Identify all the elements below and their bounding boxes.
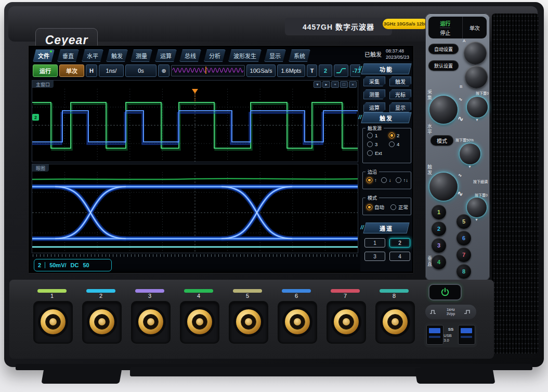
screen-channel-4-button[interactable]: 4 [389, 252, 410, 261]
sample-rate[interactable]: 10GSa/s [246, 64, 276, 77]
function-acquire-button[interactable]: 采集 [363, 76, 385, 86]
function-display-button[interactable]: 显示 [389, 102, 411, 112]
close-icon[interactable]: × [349, 81, 357, 88]
menu-math[interactable]: 运算 [155, 49, 177, 62]
vertical-scale-knob[interactable] [429, 173, 458, 201]
mode-auto-radio[interactable]: 自动 [367, 203, 384, 211]
usb30-label: USB 3.0 [443, 333, 458, 343]
function-cursor-button[interactable]: 光标 [389, 89, 411, 99]
section-trigger-label: 触发 [426, 164, 433, 176]
menu-bar: 文件 垂直 水平 触发 测量 运算 总线 分析 波形发生 显示 系统 [33, 49, 310, 62]
hardware-control-panel: 运行 停止 单次 自动设置 A 默认设置 B 采集 ∿ ∿ 按下置0 ▼ 水平 … [425, 14, 490, 281]
main-waveform-window[interactable]: 主窗口 ▾ ▸ + □ × 2 [32, 80, 358, 162]
channel-header: //通道 [363, 223, 409, 233]
autoset-button[interactable]: 自动设置 [428, 44, 459, 54]
mode-group: 模式 自动 正常 [362, 198, 411, 215]
expand-icon[interactable]: ▸ [322, 81, 330, 88]
channel-6-color-strip [282, 289, 311, 293]
menu-system[interactable]: 系统 [289, 49, 310, 62]
waveform-preview-strip[interactable] [171, 65, 245, 76]
source-1-radio[interactable]: 1 [367, 133, 386, 138]
t-knob-arrow-icon: ▼ [468, 165, 472, 168]
function-buttons: 采集 触发 测量 光标 运算 显示 [363, 76, 410, 112]
right-foot [414, 368, 495, 384]
channel-status-box[interactable]: 2 50mV/ DC 50 [34, 259, 112, 271]
function-trigger-button[interactable]: 触发 [389, 76, 411, 86]
collapse-icon[interactable]: ▾ [314, 81, 321, 88]
horizontal-offset-value[interactable]: 0s [125, 64, 156, 77]
menu-analyze[interactable]: 分析 [204, 49, 226, 62]
source-ext-radio[interactable]: Ext [367, 150, 386, 156]
restore-icon[interactable]: □ [340, 81, 348, 88]
screen-channel-1-button[interactable]: 1 [364, 238, 385, 247]
edge-either-radio[interactable]: ↑↓ [396, 177, 409, 183]
menu-file[interactable]: 文件 [33, 49, 55, 62]
vertical-position-knob[interactable] [467, 198, 487, 217]
hw-channel-6-button[interactable]: 6 [456, 231, 471, 245]
screen-channel-3-button[interactable]: 3 [364, 252, 385, 261]
hw-single-button[interactable]: 单次 [463, 17, 487, 38]
coupling: DC [69, 262, 81, 268]
hw-channel-7-button[interactable]: 7 [456, 247, 471, 262]
hw-run-stop-button[interactable]: 运行 停止 [428, 17, 463, 38]
source-4-radio[interactable]: 4 [389, 141, 408, 147]
single-button[interactable]: 单次 [59, 64, 84, 77]
add-window-icon[interactable]: + [331, 81, 339, 88]
hw-channel-3-button[interactable]: 3 [432, 238, 446, 253]
trigger-source-indicator[interactable]: 2 [319, 64, 332, 77]
connector-8-number: 8 [375, 293, 413, 299]
timebase-value[interactable]: 1ns/ [99, 64, 124, 77]
edge-falling-radio[interactable]: ↓ [381, 177, 392, 183]
menu-horizontal[interactable]: 水平 [82, 49, 103, 62]
edge-rising-radio[interactable]: ↑ [367, 177, 377, 183]
menu-wavegen[interactable]: 波形发生 [228, 49, 262, 62]
memory-depth[interactable]: 1.6Mpts [277, 64, 305, 77]
power-button[interactable] [428, 284, 462, 300]
hw-channel-5-button[interactable]: 5 [456, 214, 471, 229]
trigger-slope-icon[interactable] [334, 64, 348, 77]
hw-channel-8-button[interactable]: 8 [456, 264, 471, 279]
window-controls: ▾ ▸ + □ × [314, 81, 357, 88]
menu-measure[interactable]: 测量 [131, 49, 152, 62]
horizontal-scale-knob[interactable] [429, 96, 458, 124]
run-button[interactable]: 运行 [33, 64, 58, 77]
h-position-label: 按下置0 [455, 90, 489, 96]
square-wave-icon [429, 309, 438, 315]
bnc-connector-3 [131, 301, 171, 344]
bnc-connector-7 [327, 301, 366, 344]
hw-channel-4-button[interactable]: 4 [432, 255, 446, 269]
horizontal-menu-button[interactable]: H [86, 64, 97, 77]
timeline-ruler [33, 254, 358, 257]
function-measure-button[interactable]: 测量 [363, 89, 385, 99]
hw-channel-1-button[interactable]: 1 [432, 205, 446, 219]
bnc-connector-1 [33, 301, 73, 344]
screen-channel-2-button[interactable]: 2 [389, 238, 410, 247]
trigger-t-label[interactable]: T [307, 64, 317, 77]
connector-7-number: 7 [327, 293, 364, 299]
multifunction-knob-b[interactable] [465, 66, 488, 88]
menu-display[interactable]: 显示 [264, 49, 286, 62]
hw-channel-2-button[interactable]: 2 [432, 221, 446, 236]
h-knob-arrow-icon: ▼ [475, 118, 479, 122]
mode-normal-radio[interactable]: 正常 [390, 203, 408, 211]
multifunction-knob-a[interactable] [464, 42, 487, 64]
source-3-radio[interactable]: 3 [367, 141, 386, 147]
eye-diagram-window[interactable]: 眼图 [32, 164, 358, 253]
menu-vertical[interactable]: 垂直 [57, 49, 79, 62]
default-setup-button[interactable]: 默认设置 [428, 60, 459, 71]
function-math-button[interactable]: 运算 [363, 102, 385, 112]
source-2-radio[interactable]: 2 [389, 133, 408, 138]
date: 2023/05/23 [386, 55, 409, 60]
trigger-position-marker [192, 89, 198, 94]
usb-port-1 [426, 325, 443, 345]
menu-bus[interactable]: 总线 [179, 49, 201, 62]
horizontal-position-knob[interactable] [467, 97, 488, 117]
datetime: 08:37:48 2023/05/23 [386, 48, 409, 60]
probe-comp-terminal: 1kHz3Vpp [425, 305, 476, 319]
eye-window-title: 眼图 [32, 164, 49, 172]
section-horizontal-label: 水平 [426, 124, 433, 135]
trigger-level-knob[interactable] [460, 143, 480, 164]
zoom-icon[interactable]: ⊕ [158, 64, 169, 77]
trigger-mode-button[interactable]: 模式 [430, 135, 453, 146]
menu-trigger[interactable]: 触发 [106, 49, 128, 62]
